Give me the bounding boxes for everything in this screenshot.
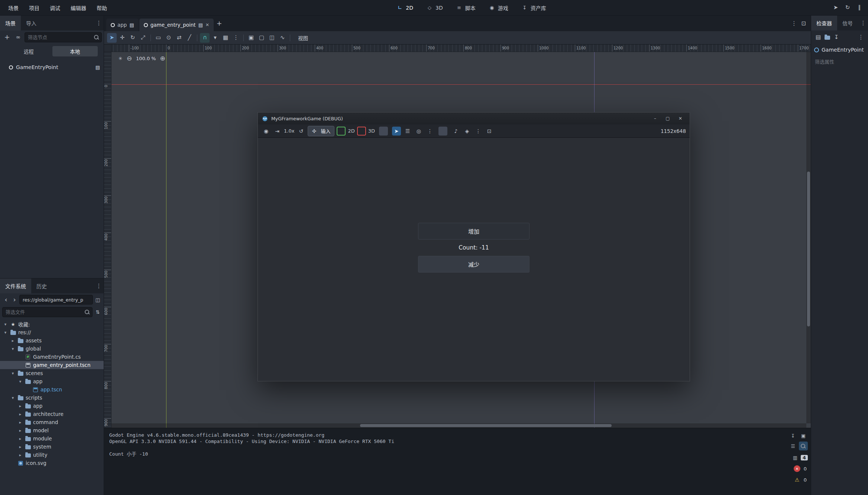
log-filter-icon[interactable] bbox=[788, 442, 797, 450]
log-search-icon[interactable] bbox=[799, 442, 808, 450]
workspace-tab[interactable]: 资产库 bbox=[517, 3, 550, 13]
game-toolbar-item[interactable] bbox=[403, 127, 412, 136]
sort-files-icon[interactable] bbox=[94, 308, 101, 316]
scene-tree-row[interactable]: GameEntryPoint bbox=[0, 62, 104, 73]
file-tree-row[interactable]: scenes bbox=[0, 369, 104, 377]
file-tree-row[interactable]: 收藏: bbox=[0, 320, 104, 328]
tool-icon[interactable] bbox=[246, 33, 256, 43]
session-control-icon[interactable] bbox=[843, 3, 852, 13]
game-toolbar-item[interactable] bbox=[474, 127, 483, 136]
tool-icon[interactable] bbox=[107, 33, 117, 43]
scene-dock-menu-icon[interactable] bbox=[94, 18, 104, 28]
tool-icon[interactable] bbox=[243, 35, 244, 41]
file-tree-row[interactable]: icon.svg bbox=[0, 459, 104, 467]
tree-expand-arrow[interactable] bbox=[18, 379, 23, 384]
file-tree-row[interactable]: global bbox=[0, 345, 104, 353]
increase-button[interactable]: 增加 bbox=[418, 223, 529, 240]
tool-icon[interactable] bbox=[257, 33, 266, 43]
file-tree-row[interactable]: architecture bbox=[0, 410, 104, 418]
menu-item[interactable]: 调试 bbox=[45, 3, 65, 13]
copy-log-icon[interactable] bbox=[799, 431, 808, 440]
game-window-titlebar[interactable]: MyGFrameworkGame (DEBUG) bbox=[258, 113, 690, 124]
file-tree-row[interactable]: app.tscn bbox=[0, 385, 104, 394]
tree-expand-arrow[interactable] bbox=[18, 404, 23, 408]
scene-tab[interactable]: app bbox=[106, 19, 139, 31]
tree-expand-arrow[interactable] bbox=[18, 428, 23, 433]
close-tab-icon[interactable] bbox=[205, 22, 209, 27]
tool-icon[interactable] bbox=[231, 33, 241, 43]
zoom-level[interactable]: 100.0 % bbox=[135, 56, 158, 61]
inspector-menu-icon[interactable] bbox=[858, 18, 868, 28]
file-tree-row[interactable]: assets bbox=[0, 336, 104, 345]
session-control-icon[interactable] bbox=[855, 3, 864, 13]
menu-item[interactable]: 项目 bbox=[25, 3, 44, 13]
game-toolbar-item[interactable] bbox=[273, 127, 282, 136]
save-log-icon[interactable] bbox=[788, 431, 797, 440]
file-tree-row[interactable]: app bbox=[0, 377, 104, 385]
tool-icon[interactable] bbox=[290, 35, 290, 41]
status-badge[interactable]: 4 bbox=[792, 453, 808, 462]
decrease-button[interactable]: 减少 bbox=[418, 256, 529, 273]
game-toolbar-item[interactable] bbox=[463, 127, 472, 136]
game-toolbar-item[interactable] bbox=[425, 127, 434, 136]
zoom-in-icon[interactable] bbox=[159, 55, 166, 62]
save-resource-icon[interactable] bbox=[832, 32, 841, 42]
game-toolbar-item[interactable] bbox=[297, 127, 305, 136]
tool-icon[interactable] bbox=[197, 35, 197, 41]
game-toolbar-item[interactable] bbox=[485, 127, 494, 136]
tool-icon[interactable] bbox=[174, 33, 184, 43]
menu-item[interactable]: 编辑器 bbox=[66, 3, 91, 13]
menu-item[interactable]: 场景 bbox=[4, 3, 23, 13]
game-toolbar-item[interactable]: 输入 bbox=[308, 126, 334, 136]
script-icon[interactable] bbox=[95, 65, 100, 70]
tree-expand-arrow[interactable] bbox=[10, 371, 15, 376]
load-resource-icon[interactable] bbox=[825, 36, 830, 40]
status-badge[interactable]: 0 bbox=[794, 476, 808, 484]
instance-scene-icon[interactable] bbox=[13, 32, 23, 42]
tree-expand-arrow[interactable] bbox=[18, 436, 23, 441]
file-tree-row[interactable]: model bbox=[0, 426, 104, 434]
nav-back-icon[interactable] bbox=[2, 296, 10, 303]
scene-tab[interactable]: game_entry_point bbox=[139, 19, 214, 31]
workspace-tab[interactable]: 3D bbox=[422, 3, 447, 13]
new-resource-icon[interactable] bbox=[813, 32, 823, 42]
workspace-tab[interactable]: 游戏 bbox=[485, 3, 512, 13]
canvas[interactable]: 100.0 % MyGFrameworkGame (DEBUG) bbox=[111, 52, 811, 428]
tree-expand-arrow[interactable] bbox=[3, 330, 8, 335]
path-input[interactable] bbox=[22, 297, 90, 303]
file-tree-row[interactable]: system bbox=[0, 443, 104, 451]
status-badge[interactable]: 0 bbox=[794, 465, 808, 473]
game-toolbar-item[interactable] bbox=[262, 127, 271, 136]
game-toolbar-item[interactable]: 3D bbox=[357, 127, 375, 136]
filesystem-dock-menu-icon[interactable] bbox=[94, 281, 104, 291]
workspace-tab[interactable]: 2D bbox=[392, 3, 417, 13]
game-toolbar-item[interactable]: 1.0x bbox=[284, 128, 294, 134]
zoom-reset-icon[interactable] bbox=[117, 55, 124, 62]
mode-button[interactable]: 本地 bbox=[52, 46, 98, 56]
tool-icon[interactable] bbox=[117, 33, 127, 43]
dock-tab[interactable]: 文件系统 bbox=[0, 279, 31, 293]
menu-item[interactable]: 帮助 bbox=[92, 3, 111, 13]
distraction-free-icon[interactable] bbox=[799, 19, 809, 28]
filter-files-input[interactable] bbox=[5, 309, 82, 315]
file-tree-row[interactable]: scripts bbox=[0, 394, 104, 402]
tree-expand-arrow[interactable] bbox=[10, 346, 15, 351]
tab-list-icon[interactable] bbox=[789, 19, 799, 28]
add-node-icon[interactable] bbox=[2, 32, 12, 42]
filter-properties-label[interactable]: 筛选属性 bbox=[811, 56, 868, 67]
dock-tab[interactable]: 检查器 bbox=[811, 16, 837, 30]
horizontal-scrollbar[interactable] bbox=[111, 423, 806, 428]
vertical-scrollbar-handle[interactable] bbox=[807, 172, 810, 326]
dock-tab[interactable]: 导入 bbox=[21, 16, 42, 30]
tree-expand-arrow[interactable] bbox=[10, 395, 15, 400]
file-tree-row[interactable]: utility bbox=[0, 451, 104, 459]
zoom-out-icon[interactable] bbox=[126, 55, 133, 62]
dock-tab[interactable]: 信号 bbox=[837, 16, 858, 30]
file-tree-row[interactable]: app bbox=[0, 402, 104, 410]
window-control-icon[interactable] bbox=[650, 114, 661, 123]
session-control-icon[interactable] bbox=[831, 3, 841, 13]
file-tree-row[interactable]: res:// bbox=[0, 328, 104, 336]
tool-icon[interactable] bbox=[210, 33, 220, 43]
tree-expand-arrow[interactable] bbox=[18, 420, 23, 425]
resource-options-icon[interactable] bbox=[856, 32, 866, 42]
